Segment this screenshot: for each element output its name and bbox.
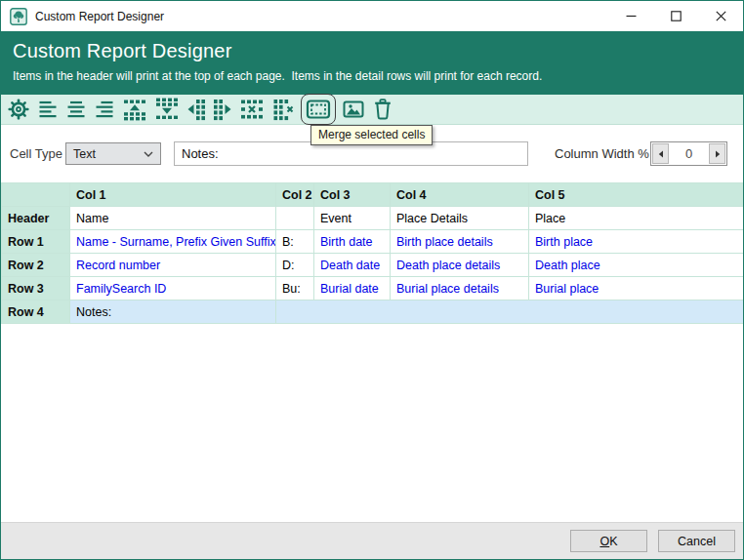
column-width-stepper[interactable]: 0: [650, 141, 727, 166]
grid-cell[interactable]: Place: [529, 207, 744, 230]
grid-cell-selected[interactable]: Notes:: [70, 300, 276, 324]
grid-cell[interactable]: Bu:: [276, 277, 314, 300]
grid-cell[interactable]: Birth date: [314, 230, 391, 254]
column-header[interactable]: Col 4: [391, 183, 529, 207]
table-row-1: Row 1 Name - Surname, Prefix Given Suffi…: [2, 230, 744, 254]
grid-cell[interactable]: Birth place: [529, 230, 744, 254]
app-tree-icon: [10, 8, 27, 25]
grid-cell[interactable]: Burial place: [529, 277, 744, 300]
cell-type-label: Cell Type: [10, 146, 62, 161]
grid-cell-merged-selected[interactable]: [276, 300, 744, 324]
trash-icon[interactable]: [371, 96, 394, 123]
insert-row-below-icon[interactable]: [153, 96, 181, 123]
close-button[interactable]: [698, 1, 743, 31]
row-label[interactable]: Row 1: [2, 230, 70, 254]
tooltip-merge-selected-cells: Merge selected cells: [310, 125, 433, 145]
minimize-button[interactable]: [608, 1, 653, 31]
table-row-3: Row 3 FamilySearch ID Bu: Burial date Bu…: [2, 277, 744, 300]
row-label[interactable]: Row 2: [2, 254, 70, 277]
grid-cell[interactable]: [276, 207, 314, 230]
row-label[interactable]: Row 4: [2, 300, 70, 324]
grid-cell[interactable]: Place Details: [391, 207, 529, 230]
insert-column-left-icon[interactable]: [186, 96, 207, 123]
cell-type-dropdown[interactable]: Text: [65, 142, 161, 165]
arrow-left-icon: [658, 150, 664, 158]
column-header-row: Col 1 Col 2 Col 3 Col 4 Col 5: [2, 183, 744, 207]
grid-cell[interactable]: Burial place details: [391, 277, 529, 300]
page-title: Custom Report Designer: [13, 40, 743, 62]
row-label[interactable]: Header: [2, 207, 70, 230]
align-right-icon[interactable]: [93, 96, 116, 123]
dialog-footer: OK Cancel: [1, 522, 743, 559]
column-header[interactable]: Col 3: [314, 183, 391, 207]
settings-gear-icon[interactable]: [6, 96, 31, 123]
row-label[interactable]: Row 3: [2, 277, 70, 300]
column-width-value: 0: [670, 142, 708, 165]
minimize-icon: [626, 11, 637, 21]
maximize-button[interactable]: [653, 1, 698, 31]
column-header[interactable]: Col 1: [70, 183, 276, 207]
report-design-table: Col 1 Col 2 Col 3 Col 4 Col 5 Header Nam…: [1, 182, 744, 324]
column-width-label: Column Width %: [555, 146, 649, 161]
custom-report-designer-dialog: Custom Report Designer Custom Report Des…: [0, 0, 744, 560]
column-header[interactable]: Col 2: [276, 183, 314, 207]
image-icon[interactable]: [341, 96, 366, 123]
table-row-header: Header Name Event Place Details Place: [2, 207, 744, 230]
cancel-button[interactable]: Cancel: [658, 530, 735, 552]
grid-cell[interactable]: Name - Surname, Prefix Given Suffix: [70, 230, 276, 254]
insert-row-above-icon[interactable]: [121, 96, 148, 123]
table-row-2: Row 2 Record number D: Death date Death …: [2, 254, 744, 277]
merge-cells-icon[interactable]: [305, 96, 332, 123]
maximize-icon: [671, 11, 682, 21]
corner-cell: [2, 183, 70, 207]
grid-cell[interactable]: Death place: [529, 254, 744, 277]
title-bar[interactable]: Custom Report Designer: [1, 1, 743, 31]
grid-cell[interactable]: Burial date: [314, 277, 391, 300]
align-left-icon[interactable]: [36, 96, 60, 123]
window-title: Custom Report Designer: [35, 10, 608, 23]
grid-cell[interactable]: FamilySearch ID: [70, 277, 276, 300]
arrow-right-icon: [715, 150, 721, 158]
align-center-icon[interactable]: [64, 96, 88, 123]
grid-cell[interactable]: Record number: [70, 254, 276, 277]
insert-column-right-icon[interactable]: [212, 96, 233, 123]
grid-cell[interactable]: Event: [314, 207, 391, 230]
ok-button[interactable]: OK: [570, 530, 647, 552]
stepper-increment-button[interactable]: [709, 143, 725, 164]
table-row-4: Row 4 Notes:: [2, 300, 744, 324]
grid-cell[interactable]: Death date: [314, 254, 391, 277]
stepper-decrement-button[interactable]: [652, 143, 669, 164]
grid-cell[interactable]: B:: [276, 230, 314, 254]
close-icon: [716, 11, 726, 21]
grid-cell[interactable]: Name: [70, 207, 276, 230]
banner: Custom Report Designer Items in the head…: [1, 31, 743, 95]
delete-column-icon[interactable]: [270, 96, 296, 123]
chevron-down-icon: [144, 151, 153, 157]
page-subtitle: Items in the header will print at the to…: [13, 69, 743, 83]
merge-cells-hover-ring: [301, 94, 336, 125]
grid-cell[interactable]: Birth place details: [391, 230, 529, 254]
delete-row-icon[interactable]: [238, 96, 266, 123]
cell-type-value: Text: [73, 147, 96, 161]
column-header[interactable]: Col 5: [529, 183, 744, 207]
grid-cell[interactable]: Death place details: [391, 254, 529, 277]
toolbar: [1, 95, 743, 125]
grid-cell[interactable]: D:: [276, 254, 314, 277]
